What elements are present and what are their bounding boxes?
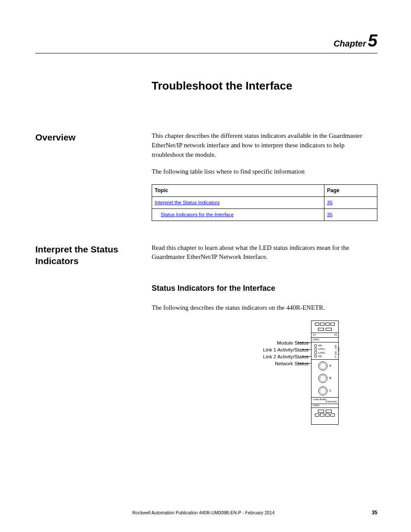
module-figure: Module Status Link 1 Activity/Status Lin… (152, 320, 377, 432)
module-link1-label: LINK1 (311, 338, 338, 342)
label-link1: LINK1 (313, 338, 319, 342)
led-ms-label: MS (318, 344, 322, 347)
module-dial-area: A B C (311, 360, 338, 397)
page-footer: Rockwell Automation Publication 440R-UM0… (35, 510, 377, 516)
label-a1: A1 (313, 333, 316, 337)
status-indicators-paragraph: The following describes the status indic… (152, 303, 377, 313)
toc-link-1[interactable]: Interpret the Status Indicators (155, 200, 220, 205)
toc-link-2[interactable]: Status Indicators for the Interface (155, 211, 234, 218)
topic-table: Topic Page Interpret the Status Indicato… (152, 184, 377, 221)
brand-allen-bradley: Allen-Bradley (315, 398, 327, 401)
dial-c-label: C (329, 389, 331, 393)
led-ns-label: NS (318, 355, 322, 358)
table-header-page: Page (324, 185, 377, 197)
chapter-number: 5 (368, 31, 377, 50)
chapter-word: Chapter (333, 39, 366, 48)
callout-link1: Link 1 Activity/Status (263, 346, 308, 353)
callout-module-status: Module Status (263, 339, 308, 346)
table-header-topic: Topic (152, 185, 324, 197)
callout-link2: Link 2 Activity/Status (263, 353, 308, 360)
led-link1-label: LINK1 (318, 347, 325, 351)
footer-publication: Rockwell Automation Publication 440R-UM0… (35, 510, 372, 515)
rotary-dial-icon (318, 386, 327, 395)
sub-heading-status-indicators: Status Indicators for the Interface (152, 283, 377, 294)
led-icon (314, 355, 317, 358)
ip-address-label: IP 192 . 168 . 1 . ABC (334, 343, 337, 358)
module-bottom-connector (311, 408, 338, 418)
dial-b-label: B (329, 376, 331, 380)
led-icon (314, 351, 317, 354)
led-icon (314, 348, 317, 351)
interpret-paragraph: Read this chapter to learn about what th… (152, 243, 377, 262)
chapter-header: Chapter 5 (35, 31, 377, 53)
table-row: Interpret the Status Indicators 35 (152, 197, 377, 209)
overview-paragraph-1: This chapter describes the different sta… (152, 131, 377, 159)
module-led-block: MS LINK1 LINK2 NS IP 192 . 168 . 1 . ABC (311, 342, 338, 360)
rotary-dial-icon (318, 361, 327, 370)
leader-line (298, 342, 313, 343)
toc-page-link-2[interactable]: 35 (327, 212, 333, 217)
led-icon (314, 344, 317, 347)
led-link2-label: LINK2 (318, 351, 325, 355)
module-terminal-labels: A1 A2 (311, 333, 338, 338)
rotary-dial-icon (318, 374, 327, 383)
page-number: 35 (372, 510, 377, 516)
section-heading-interpret: Interpret the Status Indicators (35, 243, 152, 267)
page-title: Troubleshoot the Interface (152, 79, 377, 93)
table-row: Status Indicators for the Interface 35 (152, 209, 377, 221)
leader-line (298, 363, 313, 364)
section-heading-overview: Overview (35, 131, 152, 143)
toc-page-link-1[interactable]: 35 (327, 200, 333, 205)
callout-network-status: Network Status (263, 360, 308, 367)
overview-paragraph-2: The following table lists where to find … (152, 167, 377, 177)
module-link2-label: LINK2 (311, 404, 338, 408)
module-top-connector (311, 321, 338, 333)
module-brand: ⊕ Allen-Bradley Guardmaster (311, 397, 338, 404)
label-a2: A2 (334, 333, 337, 337)
dial-a-label: A (329, 364, 331, 368)
module-diagram: A1 A2 LINK1 MS LINK1 LINK2 NS IP 192 . 1… (311, 320, 339, 425)
brand-guardmaster: Guardmaster (313, 401, 337, 403)
